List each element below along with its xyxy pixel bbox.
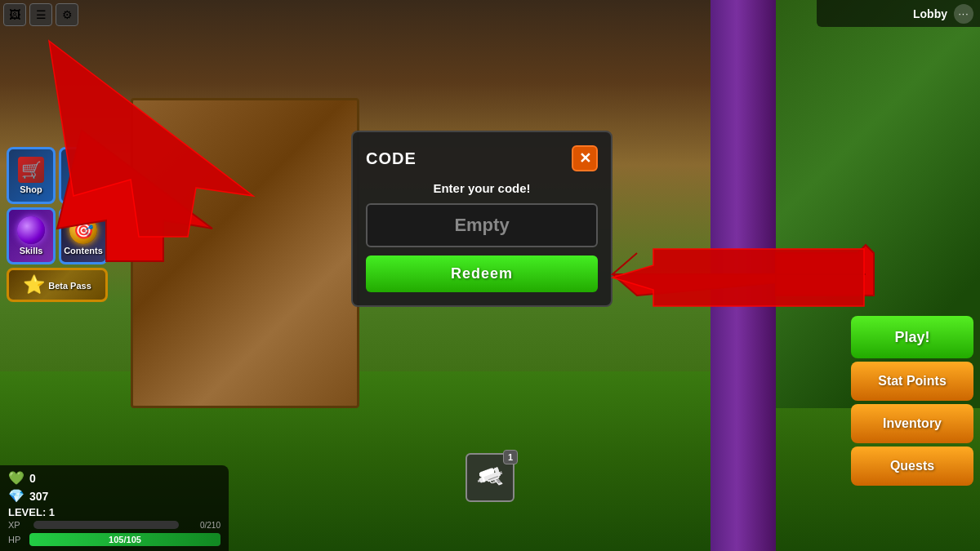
shop-button[interactable]: 🛒 Shop	[7, 147, 56, 204]
close-icon: ✕	[579, 149, 591, 167]
modal-close-button[interactable]: ✕	[572, 145, 598, 171]
quests-button[interactable]: Quests	[851, 447, 973, 486]
play-button[interactable]: Play!	[851, 316, 973, 358]
stat-points-button[interactable]: Stat Points	[851, 362, 973, 401]
contents-label: Contents	[64, 246, 103, 256]
gems-icon: 💎	[8, 488, 24, 504]
xp-value: 0/210	[184, 521, 220, 530]
gift-icon: 🎁	[70, 157, 96, 183]
more-options-button[interactable]: ···	[954, 4, 973, 24]
gems-value: 307	[29, 490, 48, 503]
code-modal: CODE ✕ Enter your code! Redeem	[351, 131, 612, 307]
contents-button[interactable]: 🎯 Contents	[59, 207, 108, 264]
shop-icon: 🛒	[18, 157, 44, 183]
hp-bar-background: 105/105	[29, 533, 220, 546]
beta-pass-label: Beta Pass	[48, 281, 91, 291]
location-label: Lobby	[913, 7, 947, 20]
redeem-button[interactable]: Redeem	[366, 256, 598, 292]
hp-row: HP 105/105	[8, 533, 220, 546]
code-button[interactable]: 🎁 Code	[59, 147, 108, 204]
gems-row: 💎 307	[8, 488, 220, 504]
level-label: LEVEL: 1	[8, 506, 220, 518]
top-bar: Lobby ···	[817, 0, 980, 27]
crate-bg	[131, 98, 359, 408]
shop-label: Shop	[20, 184, 42, 194]
xp-label: XP	[8, 520, 29, 530]
orb-icon	[17, 216, 45, 244]
modal-subtitle: Enter your code!	[366, 181, 598, 195]
bottom-hud: 💚 0 💎 307 LEVEL: 1 XP 0/210 HP 105/105	[0, 465, 229, 551]
hp-label: HP	[8, 535, 24, 544]
menu-icon-button[interactable]: ☰	[29, 3, 52, 26]
skills-button[interactable]: Skills	[7, 207, 56, 264]
weapon-slot[interactable]: 1 🔫	[466, 453, 514, 502]
wheel-icon: 🎯	[69, 216, 97, 244]
beta-pass-button[interactable]: ⭐ Beta Pass	[7, 268, 108, 302]
currency-row: 💚 0	[8, 470, 220, 486]
side-menu: 🛒 Shop 🎁 Code Skills 🎯 Contents ⭐ Beta P…	[7, 147, 108, 302]
modal-title: CODE	[366, 149, 416, 168]
weapon-box: 1 🔫	[466, 453, 514, 502]
xp-bar-background	[33, 521, 179, 529]
weapon-count-badge: 1	[503, 450, 518, 464]
skills-label: Skills	[20, 246, 43, 256]
screenshot-icon-button[interactable]: 🖼	[3, 3, 26, 26]
beta-pass-icon: ⭐	[23, 274, 45, 295]
xp-row: XP 0/210	[8, 520, 220, 530]
modal-header: CODE ✕	[366, 145, 598, 171]
right-buttons: Play! Stat Points Inventory Quests	[851, 316, 973, 486]
currency-value: 0	[29, 472, 36, 485]
top-left-icons: 🖼 ☰ ⚙	[3, 3, 78, 26]
hp-text: 105/105	[29, 533, 220, 546]
currency-icon: 💚	[8, 470, 24, 486]
purple-pillar-bg	[710, 0, 776, 551]
inventory-button[interactable]: Inventory	[851, 404, 973, 443]
code-input[interactable]	[366, 203, 598, 247]
settings-icon-button[interactable]: ⚙	[56, 3, 78, 26]
code-label: Code	[72, 184, 95, 194]
weapon-icon: 🔫	[472, 460, 508, 495]
